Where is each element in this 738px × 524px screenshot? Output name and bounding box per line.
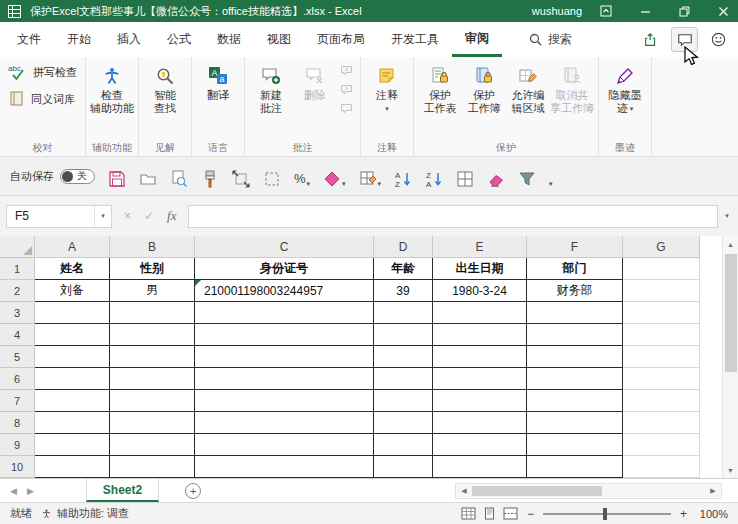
cell-F9[interactable] [527, 434, 623, 456]
name-box-dropdown-icon[interactable]: ▾ [94, 206, 111, 227]
tab-developer[interactable]: 开发工具 [378, 22, 452, 57]
sort-descending-icon[interactable]: ZA [425, 164, 443, 188]
column-header-B[interactable]: B [110, 236, 195, 258]
row-header-9[interactable]: 9 [0, 434, 35, 456]
cell-A6[interactable] [35, 368, 110, 390]
scroll-up-icon[interactable]: ▲ [723, 236, 738, 252]
cell-F3[interactable] [527, 302, 623, 324]
column-header-D[interactable]: D [374, 236, 433, 258]
print-preview-icon[interactable] [170, 164, 188, 188]
page-layout-view-icon[interactable] [483, 507, 496, 520]
clear-formats-icon[interactable]: ▾ [323, 164, 346, 188]
cell-F4[interactable] [527, 324, 623, 346]
cell-B8[interactable] [110, 412, 195, 434]
cell-B9[interactable] [110, 434, 195, 456]
cell-F10[interactable] [527, 456, 623, 478]
cell-C3[interactable] [195, 302, 374, 324]
name-box[interactable]: F5 ▾ [6, 205, 112, 228]
cell-E4[interactable] [433, 324, 527, 346]
tab-page-layout[interactable]: 页面布局 [304, 22, 378, 57]
tab-home[interactable]: 开始 [54, 22, 104, 57]
zoom-percentage[interactable]: 100% [696, 508, 728, 520]
scroll-down-icon[interactable]: ▼ [723, 462, 738, 478]
cell-D8[interactable] [374, 412, 433, 434]
smart-lookup-button[interactable]: 智能 查找 [143, 60, 187, 115]
cell-G4[interactable] [623, 324, 700, 346]
row-header-6[interactable]: 6 [0, 368, 35, 390]
row-header-2[interactable]: 2 [0, 280, 35, 302]
cell-B3[interactable] [110, 302, 195, 324]
cell-A4[interactable] [35, 324, 110, 346]
row-header-8[interactable]: 8 [0, 412, 35, 434]
page-break-view-icon[interactable] [503, 507, 518, 520]
cell-C1[interactable]: 身份证号 [195, 258, 374, 280]
zoom-slider[interactable] [543, 513, 671, 515]
tab-view[interactable]: 视图 [254, 22, 304, 57]
cell-B2[interactable]: 男 [110, 280, 195, 302]
tab-formulas[interactable]: 公式 [154, 22, 204, 57]
cell-G7[interactable] [623, 390, 700, 412]
tab-review[interactable]: 审阅 [452, 22, 502, 57]
zoom-slider-thumb[interactable] [603, 508, 607, 520]
tab-insert[interactable]: 插入 [104, 22, 154, 57]
column-header-C[interactable]: C [195, 236, 374, 258]
protect-workbook-button[interactable]: 保护 工作簿 [462, 60, 506, 115]
tab-file[interactable]: 文件 [4, 22, 54, 57]
close-button[interactable] [708, 0, 738, 22]
vertical-scrollbar[interactable]: ▲ ▼ [722, 236, 738, 478]
cell-B5[interactable] [110, 346, 195, 368]
cell-G10[interactable] [623, 456, 700, 478]
cell-C2[interactable]: 210001198003244957 [195, 280, 374, 302]
cell-F7[interactable] [527, 390, 623, 412]
cell-A9[interactable] [35, 434, 110, 456]
cell-E2[interactable]: 1980-3-24 [433, 280, 527, 302]
cell-G6[interactable] [623, 368, 700, 390]
cell-A1[interactable]: 姓名 [35, 258, 110, 280]
spell-check-button[interactable]: abc 拼写检查 [4, 60, 81, 84]
horizontal-scroll-thumb[interactable] [472, 486, 602, 496]
cell-A10[interactable] [35, 456, 110, 478]
cell-B4[interactable] [110, 324, 195, 346]
accessibility-status[interactable]: 辅助功能: 调查 [57, 506, 129, 521]
cell-B1[interactable]: 性别 [110, 258, 195, 280]
cell-E1[interactable]: 出生日期 [433, 258, 527, 280]
vertical-scroll-thumb[interactable] [725, 254, 737, 372]
search-box[interactable]: 搜索 [516, 22, 585, 57]
cell-C5[interactable] [195, 346, 374, 368]
cell-D4[interactable] [374, 324, 433, 346]
open-icon[interactable] [139, 164, 157, 188]
qat-more-icon[interactable]: ▾ [549, 164, 553, 188]
filter-icon[interactable] [518, 164, 536, 188]
all-borders-icon[interactable] [456, 164, 474, 188]
zoom-out-button[interactable]: − [527, 507, 534, 521]
eraser-icon[interactable] [487, 164, 505, 188]
cell-B7[interactable] [110, 390, 195, 412]
cell-F1[interactable]: 部门 [527, 258, 623, 280]
cell-F8[interactable] [527, 412, 623, 434]
column-header-A[interactable]: A [35, 236, 110, 258]
selection-marquee-icon[interactable] [263, 164, 281, 188]
cell-F5[interactable] [527, 346, 623, 368]
row-header-1[interactable]: 1 [0, 258, 35, 280]
cell-D10[interactable] [374, 456, 433, 478]
cell-D6[interactable] [374, 368, 433, 390]
cell-G9[interactable] [623, 434, 700, 456]
previous-comment-icon[interactable] [340, 65, 353, 77]
cell-D1[interactable]: 年龄 [374, 258, 433, 280]
cell-E7[interactable] [433, 390, 527, 412]
scroll-right-icon[interactable]: ▶ [705, 484, 721, 498]
row-header-10[interactable]: 10 [0, 456, 35, 478]
horizontal-scrollbar[interactable]: ◀ ▶ [455, 483, 722, 499]
cell-A7[interactable] [35, 390, 110, 412]
cell-G5[interactable] [623, 346, 700, 368]
feedback-smiley-icon[interactable] [705, 27, 732, 52]
cell-B10[interactable] [110, 456, 195, 478]
tab-data[interactable]: 数据 [204, 22, 254, 57]
cell-D5[interactable] [374, 346, 433, 368]
cell-B6[interactable] [110, 368, 195, 390]
new-comment-button[interactable]: 新建 批注 [249, 60, 293, 115]
column-header-E[interactable]: E [433, 236, 527, 258]
formula-input[interactable] [188, 205, 718, 228]
add-sheet-button[interactable]: + [185, 483, 201, 499]
percent-style-icon[interactable]: % ▾ [294, 164, 310, 188]
